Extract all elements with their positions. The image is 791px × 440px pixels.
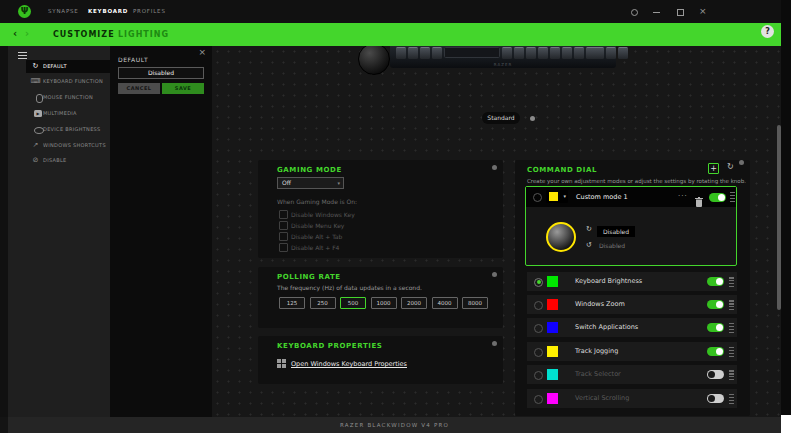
mode-toggle[interactable] xyxy=(707,347,724,356)
carousel-dot[interactable] xyxy=(530,116,535,121)
tab-profiles[interactable]: PROFILES xyxy=(133,8,166,14)
mode-radio[interactable] xyxy=(534,371,543,380)
gaming-mode-select[interactable]: Off ▾ xyxy=(277,177,344,189)
minimize-icon[interactable] xyxy=(653,12,660,13)
keyboard-properties-title: KEYBOARD PROPERTIES xyxy=(277,342,383,350)
drag-handle[interactable] xyxy=(729,300,734,310)
sidebar-item-keyboard-function[interactable]: ⌨ KEYBOARD FUNCTION xyxy=(26,75,110,88)
mode-name: Vertical Scrolling xyxy=(575,389,629,408)
mode-toggle[interactable] xyxy=(709,193,726,202)
info-icon[interactable] xyxy=(492,341,497,346)
maximize-icon[interactable] xyxy=(677,9,684,16)
mode-toggle[interactable] xyxy=(707,394,724,403)
save-button[interactable]: SAVE xyxy=(162,83,204,94)
dial-mode-switch-applications[interactable]: Switch Applications xyxy=(527,318,737,337)
checkbox[interactable] xyxy=(279,221,288,230)
keyboard-properties-panel: KEYBOARD PROPERTIES Open Windows Keyboar… xyxy=(258,336,503,384)
keyboard-preview[interactable]: RAZER xyxy=(390,46,616,68)
clockwise-assignment[interactable]: Disabled xyxy=(597,226,635,237)
rate-button-500[interactable]: 500 xyxy=(340,297,366,309)
keyboard-dial-preview[interactable] xyxy=(358,46,390,75)
gaming-mode-panel: GAMING MODE Off ▾ When Gaming Mode is On… xyxy=(258,160,503,258)
gaming-mode-value: Off xyxy=(282,179,291,186)
menu-icon[interactable] xyxy=(18,52,27,59)
cancel-button[interactable]: CANCEL xyxy=(118,83,160,94)
open-keyboard-properties-link[interactable]: Open Windows Keyboard Properties xyxy=(291,360,407,368)
mode-radio[interactable] xyxy=(534,278,543,287)
info-icon[interactable] xyxy=(739,160,744,165)
custom-mode-card[interactable]: ▾ Custom mode 1 ··· ↻ Disabled ↺ D xyxy=(525,186,737,266)
mouse-icon xyxy=(30,91,41,104)
brightness-icon xyxy=(30,123,41,136)
tab-customize[interactable]: CUSTOMIZE xyxy=(53,30,115,39)
drag-handle[interactable] xyxy=(729,277,734,287)
tab-synapse[interactable]: SYNAPSE xyxy=(48,8,79,14)
sidebar-item-windows-shortcuts[interactable]: ↗ WINDOWS SHORTCUTS xyxy=(26,139,110,152)
rate-button-2000[interactable]: 2000 xyxy=(401,297,427,309)
mode-toggle[interactable] xyxy=(707,370,724,379)
mode-radio[interactable] xyxy=(533,193,542,202)
color-picker[interactable]: ▾ xyxy=(546,190,568,203)
more-options-icon[interactable]: ··· xyxy=(678,187,688,205)
drag-handle[interactable] xyxy=(729,347,734,357)
sidebar-item-label: DEFAULT xyxy=(43,60,110,73)
assignment-value-field[interactable]: Disabled xyxy=(118,67,204,79)
mode-radio[interactable] xyxy=(534,395,543,404)
settings-icon[interactable] xyxy=(631,9,638,16)
drag-handle[interactable] xyxy=(729,370,734,380)
rate-button-125[interactable]: 125 xyxy=(279,297,305,309)
trash-icon[interactable] xyxy=(695,192,703,211)
scrollbar-thumb[interactable] xyxy=(777,125,781,310)
tab-keyboard[interactable]: KEYBOARD xyxy=(88,8,128,14)
option-label: Disable Alt + Tab xyxy=(291,232,342,241)
add-mode-button[interactable]: + xyxy=(708,163,719,174)
reset-icon[interactable]: ↻ xyxy=(727,162,734,171)
sidebar-item-mouse-function[interactable]: MOUSE FUNCTION xyxy=(26,91,110,104)
command-dial-title: COMMAND DIAL xyxy=(527,166,597,174)
checkbox[interactable] xyxy=(279,243,288,252)
drag-handle[interactable] xyxy=(729,323,734,333)
windows-logo-icon xyxy=(277,359,286,368)
mode-name: Switch Applications xyxy=(575,318,638,337)
mode-toggle[interactable] xyxy=(707,277,724,286)
close-icon[interactable]: × xyxy=(699,6,707,16)
rate-button-250[interactable]: 250 xyxy=(310,297,336,309)
info-icon[interactable] xyxy=(492,165,497,170)
mode-toggle[interactable] xyxy=(707,323,724,332)
mode-name: Windows Zoom xyxy=(575,295,625,314)
dial-mode-keyboard-brightness[interactable]: Keyboard Brightness xyxy=(527,272,737,291)
command-dial-panel: COMMAND DIAL + ↻ Create your own adjustm… xyxy=(515,160,750,416)
dial-mode-track-jogging[interactable]: Track Jogging xyxy=(527,342,737,361)
rate-button-8000[interactable]: 8000 xyxy=(462,297,488,309)
mode-radio[interactable] xyxy=(534,348,543,357)
sidebar-item-label: DISABLE xyxy=(43,154,110,167)
help-icon[interactable]: ? xyxy=(761,25,774,38)
dial-mode-vertical-scrolling[interactable]: Vertical Scrolling xyxy=(527,389,737,408)
sidebar-item-device-brightness[interactable]: DEVICE BRIGHTNESS xyxy=(26,123,110,136)
close-panel-icon[interactable]: × xyxy=(198,47,206,57)
forward-arrow-icon[interactable]: › xyxy=(25,28,29,40)
back-arrow-icon[interactable]: ‹ xyxy=(13,28,17,40)
rate-button-4000[interactable]: 4000 xyxy=(432,297,458,309)
dial-mode-windows-zoom[interactable]: Windows Zoom xyxy=(527,295,737,314)
checkbox[interactable] xyxy=(279,210,288,219)
left-edge xyxy=(0,46,8,417)
sidebar-item-default[interactable]: ↻ DEFAULT xyxy=(26,60,110,73)
drag-handle[interactable] xyxy=(729,394,734,404)
dial-mode-track-selector[interactable]: Track Selector xyxy=(527,365,737,384)
mode-toggle[interactable] xyxy=(707,300,724,309)
sidebar-item-disable[interactable]: ⊘ DISABLE xyxy=(26,154,110,167)
counterclockwise-assignment[interactable]: Disabled xyxy=(599,242,625,249)
tab-lighting[interactable]: LIGHTING xyxy=(118,30,169,39)
sidebar-item-multimedia[interactable]: ▶ MULTIMEDIA xyxy=(26,107,110,120)
dial-knob-preview[interactable] xyxy=(546,222,576,252)
mode-radio[interactable] xyxy=(534,301,543,310)
arrow-up-right-icon: ↗ xyxy=(30,139,41,152)
checkbox[interactable] xyxy=(279,232,288,241)
layout-badge[interactable]: Standard xyxy=(482,112,520,124)
info-icon[interactable] xyxy=(492,272,497,277)
rate-button-1000[interactable]: 1000 xyxy=(371,297,397,309)
drag-handle[interactable] xyxy=(730,192,735,202)
razer-logo-icon[interactable]: Ψ xyxy=(18,5,31,18)
mode-radio[interactable] xyxy=(534,324,543,333)
